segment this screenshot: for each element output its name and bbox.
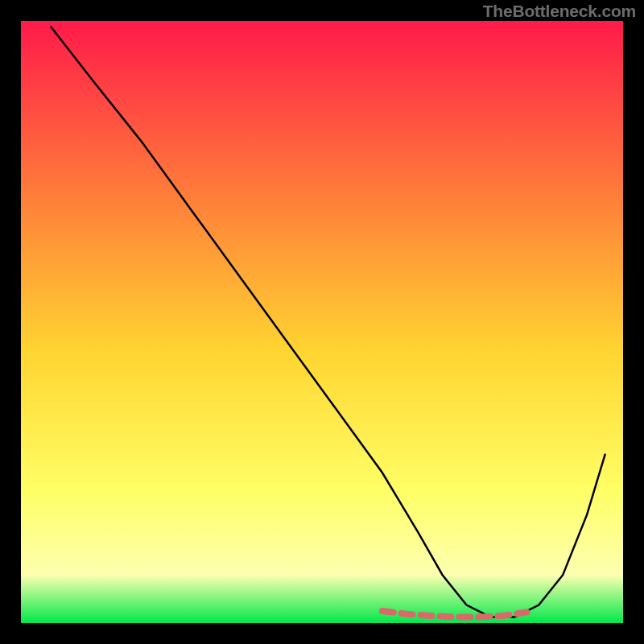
- plot-area: [21, 21, 623, 623]
- bottleneck-chart: [0, 0, 644, 644]
- chart-frame: TheBottleneck.com: [0, 0, 644, 644]
- watermark-text: TheBottleneck.com: [483, 2, 636, 21]
